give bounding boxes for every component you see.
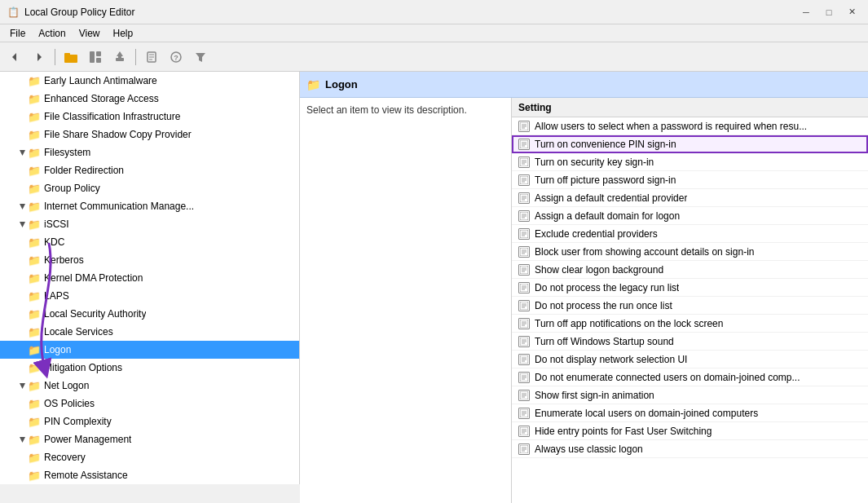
expand-icon-internet-comm[interactable] — [16, 201, 28, 212]
expand-icon-locale-services — [16, 326, 28, 338]
setting-icon-s5 — [518, 192, 530, 204]
setting-row-s13[interactable]: Turn off Windows Startup sound — [512, 333, 868, 351]
tree-item-power-management[interactable]: 📁Power Management — [0, 430, 299, 448]
tree-item-os-policies[interactable]: 📁OS Policies — [0, 395, 299, 413]
tree-item-recovery[interactable]: 📁Recovery — [0, 448, 299, 466]
setting-row-s3[interactable]: Turn on security key sign-in — [512, 153, 868, 171]
tree-item-internet-comm[interactable]: 📁Internet Communication Manage... — [0, 197, 299, 215]
setting-icon-s2 — [518, 139, 530, 150]
tree-item-label-filesystem: Filesystem — [44, 147, 90, 158]
tree-item-file-classification[interactable]: 📁File Classification Infrastructure — [0, 108, 299, 126]
svg-marker-16 — [20, 150, 25, 156]
tree-item-mitigation[interactable]: 📁Mitigation Options — [0, 359, 299, 377]
tree-item-enhanced-storage[interactable]: 📁Enhanced Storage Access — [0, 90, 299, 108]
tree-item-label-recovery: Recovery — [44, 452, 86, 463]
setting-row-s10[interactable]: Do not process the legacy run list — [512, 279, 868, 297]
tree-item-label-iscsi: iSCSI — [44, 218, 69, 230]
minimize-button[interactable]: ─ — [796, 4, 816, 20]
tree-item-filesystem[interactable]: 📁Filesystem — [0, 143, 299, 161]
svg-marker-0 — [12, 53, 16, 61]
svg-text:?: ? — [174, 54, 178, 62]
expand-icon-os-policies — [16, 398, 28, 409]
folder-button[interactable] — [59, 46, 82, 68]
tree-item-label-folder-redirection: Folder Redirection — [44, 165, 124, 176]
menu-help[interactable]: Help — [107, 26, 140, 41]
export-button[interactable] — [108, 46, 131, 68]
expand-icon-kdc — [16, 236, 28, 248]
svg-marker-8 — [117, 51, 123, 58]
setting-row-s15[interactable]: Do not enumerate connected users on doma… — [512, 368, 868, 386]
tree-item-locale-services[interactable]: 📁Locale Services — [0, 323, 299, 341]
filter-button[interactable] — [189, 46, 212, 68]
setting-row-s9[interactable]: Show clear logon background — [512, 261, 868, 279]
main-area: 📁Early Launch Antimalware📁Enhanced Stora… — [0, 72, 868, 503]
properties-button[interactable] — [140, 46, 163, 68]
expand-icon-power-management[interactable] — [16, 434, 28, 445]
tree-item-early-launch[interactable]: 📁Early Launch Antimalware — [0, 72, 299, 90]
setting-label-s9: Show clear logon background — [535, 264, 663, 276]
tree-item-group-policy[interactable]: 📁Group Policy — [0, 179, 299, 197]
setting-row-s16[interactable]: Show first sign-in animation — [512, 386, 868, 404]
tree-item-iscsi[interactable]: 📁iSCSI — [0, 215, 299, 233]
tree-item-local-security[interactable]: 📁Local Security Authority — [0, 305, 299, 323]
setting-row-s1[interactable]: Allow users to select when a password is… — [512, 117, 868, 135]
folder-icon-pin-complexity: 📁 — [28, 416, 41, 428]
menu-action[interactable]: Action — [32, 26, 72, 41]
setting-row-s14[interactable]: Do not display network selection UI — [512, 351, 868, 368]
setting-icon-s12 — [518, 318, 530, 329]
svg-rect-6 — [96, 58, 101, 63]
right-panel: 📁 Logon Select an item to view its descr… — [300, 72, 868, 503]
expand-icon-iscsi[interactable] — [16, 218, 28, 230]
setting-label-s3: Turn on security key sign-in — [535, 157, 654, 168]
tree-item-label-locale-services: Locale Services — [44, 326, 113, 338]
maximize-button[interactable]: □ — [819, 4, 839, 20]
setting-row-s11[interactable]: Do not process the run once list — [512, 297, 868, 315]
tree-item-remote-assistance[interactable]: 📁Remote Assistance — [0, 466, 299, 484]
menu-file[interactable]: File — [3, 26, 32, 41]
setting-icon-s7 — [518, 228, 530, 240]
setting-label-s2: Turn on convenience PIN sign-in — [535, 139, 676, 150]
settings-header: Setting — [512, 98, 868, 117]
tree-item-label-kerberos: Kerberos — [44, 254, 84, 266]
tree-item-laps[interactable]: 📁LAPS — [0, 287, 299, 305]
settings-panel: Setting Allow users to select when a pas… — [512, 98, 868, 503]
setting-row-s6[interactable]: Assign a default domain for logon — [512, 207, 868, 225]
tree-item-file-share[interactable]: 📁File Share Shadow Copy Provider — [0, 126, 299, 143]
setting-row-s4[interactable]: Turn off picture password sign-in — [512, 171, 868, 189]
expand-icon-filesystem[interactable] — [16, 147, 28, 158]
tree-item-label-enhanced-storage: Enhanced Storage Access — [44, 93, 159, 104]
tree-item-kdc[interactable]: 📁KDC — [0, 233, 299, 251]
setting-icon-s10 — [518, 282, 530, 293]
setting-icon-s8 — [518, 246, 530, 258]
setting-row-s18[interactable]: Hide entry points for Fast User Switchin… — [512, 422, 868, 440]
setting-row-s12[interactable]: Turn off app notifications on the lock s… — [512, 315, 868, 333]
expand-icon-mitigation — [16, 362, 28, 373]
expand-icon-recovery — [16, 452, 28, 463]
tree-item-kerberos[interactable]: 📁Kerberos — [0, 251, 299, 269]
show-hide-button[interactable] — [84, 46, 107, 68]
tree-item-kernel-dma[interactable]: 📁Kernel DMA Protection — [0, 269, 299, 287]
setting-row-s8[interactable]: Block user from showing account details … — [512, 243, 868, 261]
tree-item-label-group-policy: Group Policy — [44, 183, 100, 194]
setting-row-s19[interactable]: Always use classic logon — [512, 440, 868, 458]
setting-row-s5[interactable]: Assign a default credential provider — [512, 189, 868, 207]
help-button[interactable]: ? — [165, 46, 187, 68]
setting-row-s17[interactable]: Enumerate local users on domain-joined c… — [512, 404, 868, 422]
svg-rect-4 — [90, 51, 95, 63]
forward-button[interactable] — [28, 46, 51, 68]
tree-item-label-remote-assistance: Remote Assistance — [44, 470, 128, 481]
setting-icon-s17 — [518, 408, 530, 419]
close-button[interactable]: ✕ — [842, 4, 861, 20]
tree-item-logon[interactable]: 📁Logon — [0, 341, 299, 359]
setting-row-s7[interactable]: Exclude credential providers — [512, 225, 868, 243]
folder-icon-os-policies: 📁 — [28, 398, 41, 410]
expand-icon-kerberos — [16, 254, 28, 266]
setting-icon-s19 — [518, 443, 530, 455]
menu-view[interactable]: View — [73, 26, 107, 41]
tree-item-folder-redirection[interactable]: 📁Folder Redirection — [0, 161, 299, 179]
expand-icon-net-logon[interactable] — [16, 380, 28, 391]
tree-item-pin-complexity[interactable]: 📁PIN Complexity — [0, 413, 299, 430]
tree-item-net-logon[interactable]: 📁Net Logon — [0, 377, 299, 395]
back-button[interactable] — [3, 46, 26, 68]
setting-row-s2[interactable]: Turn on convenience PIN sign-in — [512, 135, 868, 153]
